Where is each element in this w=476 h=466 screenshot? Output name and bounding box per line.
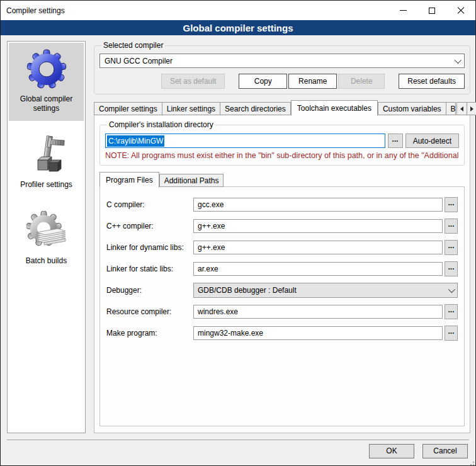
- sidebar-item-batch-builds[interactable]: Batch builds: [9, 205, 84, 273]
- set-as-default-button[interactable]: Set as default: [161, 74, 225, 89]
- blue-gear-icon: [26, 49, 67, 89]
- cpp-compiler-input[interactable]: g++.exe: [193, 219, 443, 233]
- cpp-compiler-row: C++ compiler: g++.exe ...: [106, 219, 458, 234]
- install-dir-browse-button[interactable]: ...: [388, 134, 403, 148]
- minimize-icon: [400, 10, 407, 11]
- resource-compiler-label: Resource compiler:: [106, 307, 193, 316]
- dynamic-linker-input[interactable]: g++.exe: [193, 241, 443, 254]
- settings-tabstrip: Compiler settings Linker settings Search…: [94, 100, 470, 115]
- c-compiler-input[interactable]: gcc.exe: [193, 198, 443, 212]
- sidebar-item-global-compiler-settings[interactable]: Global compiler settings: [9, 43, 84, 121]
- dialog-footer: OK Cancel: [7, 440, 469, 465]
- sidebar-item-label: Profiler settings: [20, 180, 72, 190]
- install-dir-legend: Compiler's installation directory: [107, 120, 215, 129]
- close-button[interactable]: [446, 1, 475, 20]
- maximize-button[interactable]: [417, 1, 446, 20]
- c-compiler-label: C compiler:: [106, 200, 193, 209]
- install-dir-note: NOTE: All programs must exist either in …: [105, 151, 459, 160]
- tab-linker-settings[interactable]: Linker settings: [162, 102, 220, 115]
- copy-button[interactable]: Copy: [239, 74, 287, 89]
- make-program-browse-button[interactable]: ...: [445, 326, 458, 341]
- minimize-button[interactable]: [388, 1, 417, 20]
- dynamic-linker-value: g++.exe: [198, 243, 225, 252]
- tab-search-directories[interactable]: Search directories: [220, 102, 291, 115]
- dynamic-linker-row: Linker for dynamic libs: g++.exe ...: [106, 240, 458, 255]
- delete-button[interactable]: Delete: [338, 74, 385, 89]
- debugger-label: Debugger:: [106, 286, 193, 295]
- toolchain-executables-page: Compiler's installation directory C:\ray…: [94, 115, 470, 433]
- make-program-value: mingw32-make.exe: [198, 329, 263, 338]
- dynamic-linker-label: Linker for dynamic libs:: [106, 243, 193, 252]
- chevron-down-icon: [455, 56, 462, 63]
- sidebar-item-label: Batch builds: [26, 256, 67, 266]
- tab-compiler-settings[interactable]: Compiler settings: [94, 102, 162, 115]
- c-compiler-browse-button[interactable]: ...: [445, 197, 458, 212]
- cpp-compiler-label: C++ compiler:: [106, 222, 193, 230]
- resource-compiler-input[interactable]: windres.exe: [193, 305, 443, 319]
- selected-compiler-group: Selected compiler GNU GCC Compiler Set a…: [94, 41, 470, 94]
- chevron-down-icon: [448, 286, 455, 293]
- make-program-input[interactable]: mingw32-make.exe: [193, 326, 443, 340]
- right-arrow-icon: [470, 106, 473, 111]
- rename-button[interactable]: Rename: [288, 74, 337, 89]
- make-program-label: Make program:: [106, 329, 193, 338]
- tab-additional-paths[interactable]: Additional Paths: [159, 174, 224, 187]
- tab-program-files[interactable]: Program Files: [99, 172, 159, 188]
- tab-scroll-right-button[interactable]: [467, 102, 476, 115]
- resource-compiler-value: windres.exe: [198, 307, 238, 316]
- static-linker-value: ar.exe: [198, 264, 218, 273]
- titlebar: Compiler settings: [1, 1, 475, 20]
- settings-category-list: Global compiler settings: [7, 41, 86, 433]
- compiler-select[interactable]: GNU GCC Compiler: [99, 54, 465, 68]
- static-linker-label: Linker for static libs:: [106, 264, 193, 273]
- tab-custom-variables[interactable]: Custom variables: [378, 102, 446, 115]
- debugger-value: GDB/CDB debugger : Default: [198, 286, 448, 295]
- cancel-button[interactable]: Cancel: [422, 444, 468, 458]
- resource-compiler-browse-button[interactable]: ...: [445, 304, 458, 319]
- debugger-row: Debugger: GDB/CDB debugger : Default: [106, 283, 458, 298]
- gray-gear-stack-icon: [26, 211, 67, 251]
- static-linker-row: Linker for static libs: ar.exe ...: [106, 261, 458, 276]
- resize-grip[interactable]: [468, 462, 474, 466]
- caliper-icon: [26, 135, 67, 175]
- program-files-panel: C compiler: gcc.exe ... C++ compiler: g+…: [99, 186, 465, 426]
- program-files-tabstrip: Program Files Additional Paths: [99, 172, 465, 187]
- sidebar-item-label: Global compiler settings: [10, 94, 82, 113]
- install-dir-group: Compiler's installation directory C:\ray…: [99, 120, 465, 166]
- window-title: Compiler settings: [1, 1, 388, 20]
- page-title: Global compiler settings: [1, 20, 475, 35]
- close-icon: [457, 7, 465, 14]
- make-program-row: Make program: mingw32-make.exe ...: [106, 326, 458, 341]
- resource-compiler-row: Resource compiler: windres.exe ...: [106, 304, 458, 319]
- selected-compiler-legend: Selected compiler: [101, 41, 165, 50]
- cpp-compiler-browse-button[interactable]: ...: [445, 219, 458, 234]
- tab-toolchain-executables[interactable]: Toolchain executables: [291, 100, 378, 116]
- tab-scroll-left-button[interactable]: [456, 102, 467, 115]
- static-linker-input[interactable]: ar.exe: [193, 262, 443, 276]
- compiler-settings-dialog: Compiler settings Global compiler settin…: [0, 0, 476, 466]
- maximize-icon: [429, 8, 435, 14]
- auto-detect-button[interactable]: Auto-detect: [405, 134, 459, 148]
- static-linker-browse-button[interactable]: ...: [445, 261, 458, 276]
- sidebar-item-profiler-settings[interactable]: Profiler settings: [9, 128, 84, 197]
- compiler-select-value: GNU GCC Compiler: [105, 57, 455, 65]
- c-compiler-value: gcc.exe: [198, 200, 224, 209]
- install-dir-value: C:\raylib\MinGW: [107, 135, 164, 147]
- debugger-select[interactable]: GDB/CDB debugger : Default: [193, 283, 458, 298]
- c-compiler-row: C compiler: gcc.exe ...: [106, 197, 458, 212]
- install-dir-input[interactable]: C:\raylib\MinGW: [105, 134, 385, 148]
- reset-defaults-button[interactable]: Reset defaults: [399, 74, 465, 89]
- left-arrow-icon: [460, 106, 463, 111]
- dynamic-linker-browse-button[interactable]: ...: [445, 240, 458, 255]
- cpp-compiler-value: g++.exe: [198, 222, 225, 230]
- tab-build-options[interactable]: Build options: [446, 102, 456, 115]
- ok-button[interactable]: OK: [369, 444, 414, 458]
